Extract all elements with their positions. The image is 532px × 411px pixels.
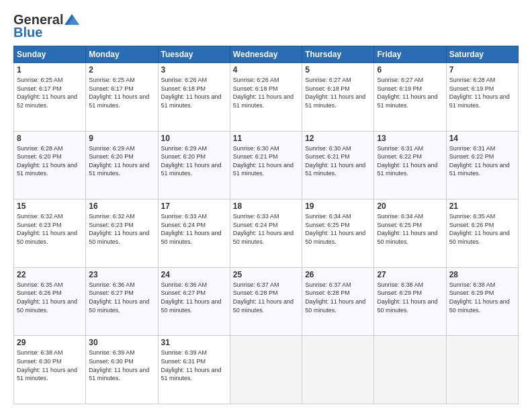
day-info: Sunrise: 6:34 AMSunset: 6:25 PMDaylight:… [377, 212, 443, 246]
day-of-week-tuesday: Tuesday [158, 46, 230, 63]
day-info: Sunrise: 6:32 AMSunset: 6:23 PMDaylight:… [17, 212, 83, 246]
day-number: 15 [17, 201, 83, 211]
day-info: Sunrise: 6:31 AMSunset: 6:22 PMDaylight:… [377, 144, 443, 178]
day-number: 30 [89, 338, 154, 347]
calendar-cell: 30Sunrise: 6:39 AMSunset: 6:30 PMDayligh… [86, 336, 158, 404]
calendar-cell: 9Sunrise: 6:29 AMSunset: 6:20 PMDaylight… [86, 131, 158, 199]
logo: General Blue [13, 12, 79, 40]
day-number: 31 [161, 338, 227, 347]
day-info: Sunrise: 6:34 AMSunset: 6:25 PMDaylight:… [305, 212, 371, 246]
calendar-cell: 8Sunrise: 6:28 AMSunset: 6:20 PMDaylight… [14, 131, 86, 199]
calendar-cell: 6Sunrise: 6:27 AMSunset: 6:19 PMDaylight… [374, 63, 446, 132]
day-number: 6 [377, 65, 443, 75]
calendar-cell: 1Sunrise: 6:25 AMSunset: 6:17 PMDaylight… [14, 63, 86, 132]
page: General Blue SundayMondayTuesdayWednesda… [0, 0, 532, 411]
day-number: 1 [17, 65, 83, 75]
day-info: Sunrise: 6:28 AMSunset: 6:20 PMDaylight:… [17, 144, 83, 178]
day-info: Sunrise: 6:35 AMSunset: 6:26 PMDaylight:… [17, 281, 83, 314]
day-number: 9 [89, 134, 154, 143]
calendar-table: SundayMondayTuesdayWednesdayThursdayFrid… [13, 46, 519, 404]
day-number: 4 [233, 65, 299, 75]
day-info: Sunrise: 6:27 AMSunset: 6:18 PMDaylight:… [305, 76, 371, 109]
calendar-cell: 11Sunrise: 6:30 AMSunset: 6:21 PMDayligh… [230, 131, 302, 199]
calendar-cell: 27Sunrise: 6:38 AMSunset: 6:29 PMDayligh… [374, 267, 446, 336]
day-number: 7 [449, 65, 515, 75]
day-info: Sunrise: 6:38 AMSunset: 6:30 PMDaylight:… [17, 349, 83, 382]
day-number: 25 [233, 270, 299, 279]
logo-icon [64, 14, 79, 25]
day-info: Sunrise: 6:30 AMSunset: 6:21 PMDaylight:… [305, 144, 371, 178]
day-info: Sunrise: 6:37 AMSunset: 6:28 PMDaylight:… [233, 281, 299, 314]
day-number: 5 [305, 65, 371, 75]
day-number: 10 [161, 134, 227, 143]
day-number: 20 [377, 201, 443, 211]
calendar-cell: 25Sunrise: 6:37 AMSunset: 6:28 PMDayligh… [230, 267, 302, 336]
calendar-cell: 7Sunrise: 6:28 AMSunset: 6:19 PMDaylight… [446, 63, 518, 132]
calendar-cell: 15Sunrise: 6:32 AMSunset: 6:23 PMDayligh… [14, 199, 86, 268]
calendar-cell: 4Sunrise: 6:26 AMSunset: 6:18 PMDaylight… [230, 63, 302, 132]
day-info: Sunrise: 6:35 AMSunset: 6:26 PMDaylight:… [449, 212, 515, 246]
day-info: Sunrise: 6:25 AMSunset: 6:17 PMDaylight:… [17, 76, 83, 109]
calendar-cell: 19Sunrise: 6:34 AMSunset: 6:25 PMDayligh… [302, 199, 374, 268]
day-number: 29 [17, 338, 83, 347]
calendar-cell: 16Sunrise: 6:32 AMSunset: 6:23 PMDayligh… [86, 199, 158, 268]
calendar-cell: 18Sunrise: 6:33 AMSunset: 6:24 PMDayligh… [230, 199, 302, 268]
calendar-cell: 5Sunrise: 6:27 AMSunset: 6:18 PMDaylight… [302, 63, 374, 132]
day-info: Sunrise: 6:29 AMSunset: 6:20 PMDaylight:… [161, 144, 227, 178]
day-of-week-saturday: Saturday [446, 46, 518, 63]
day-number: 8 [17, 134, 83, 143]
day-number: 14 [449, 134, 515, 143]
day-info: Sunrise: 6:39 AMSunset: 6:31 PMDaylight:… [161, 349, 227, 382]
calendar-cell: 23Sunrise: 6:36 AMSunset: 6:27 PMDayligh… [86, 267, 158, 336]
day-info: Sunrise: 6:30 AMSunset: 6:21 PMDaylight:… [233, 144, 299, 178]
day-info: Sunrise: 6:26 AMSunset: 6:18 PMDaylight:… [233, 76, 299, 109]
calendar-cell: 22Sunrise: 6:35 AMSunset: 6:26 PMDayligh… [14, 267, 86, 336]
calendar-cell [374, 336, 446, 404]
calendar-cell [302, 336, 374, 404]
day-number: 19 [305, 201, 371, 211]
calendar-cell: 12Sunrise: 6:30 AMSunset: 6:21 PMDayligh… [302, 131, 374, 199]
day-number: 17 [161, 201, 227, 211]
day-info: Sunrise: 6:29 AMSunset: 6:20 PMDaylight:… [89, 144, 154, 178]
day-info: Sunrise: 6:38 AMSunset: 6:29 PMDaylight:… [377, 281, 443, 314]
day-number: 13 [377, 134, 443, 143]
calendar-cell: 31Sunrise: 6:39 AMSunset: 6:31 PMDayligh… [158, 336, 230, 404]
day-number: 16 [89, 201, 154, 211]
calendar-cell [230, 336, 302, 404]
day-info: Sunrise: 6:36 AMSunset: 6:27 PMDaylight:… [89, 281, 154, 314]
calendar-cell: 20Sunrise: 6:34 AMSunset: 6:25 PMDayligh… [374, 199, 446, 268]
day-of-week-friday: Friday [374, 46, 446, 63]
day-info: Sunrise: 6:39 AMSunset: 6:30 PMDaylight:… [89, 349, 154, 382]
calendar-cell: 2Sunrise: 6:25 AMSunset: 6:17 PMDaylight… [86, 63, 158, 132]
day-info: Sunrise: 6:38 AMSunset: 6:29 PMDaylight:… [449, 281, 515, 314]
day-number: 2 [89, 65, 154, 75]
calendar-cell [446, 336, 518, 404]
day-number: 12 [305, 134, 371, 143]
calendar-cell: 13Sunrise: 6:31 AMSunset: 6:22 PMDayligh… [374, 131, 446, 199]
day-info: Sunrise: 6:26 AMSunset: 6:18 PMDaylight:… [161, 76, 227, 109]
day-number: 11 [233, 134, 299, 143]
calendar-cell: 24Sunrise: 6:36 AMSunset: 6:27 PMDayligh… [158, 267, 230, 336]
calendar-cell: 26Sunrise: 6:37 AMSunset: 6:28 PMDayligh… [302, 267, 374, 336]
day-info: Sunrise: 6:28 AMSunset: 6:19 PMDaylight:… [449, 76, 515, 109]
day-of-week-sunday: Sunday [14, 46, 86, 63]
day-info: Sunrise: 6:31 AMSunset: 6:22 PMDaylight:… [449, 144, 515, 178]
day-info: Sunrise: 6:25 AMSunset: 6:17 PMDaylight:… [89, 76, 154, 109]
calendar-cell: 29Sunrise: 6:38 AMSunset: 6:30 PMDayligh… [14, 336, 86, 404]
day-info: Sunrise: 6:37 AMSunset: 6:28 PMDaylight:… [305, 281, 371, 314]
calendar-cell: 21Sunrise: 6:35 AMSunset: 6:26 PMDayligh… [446, 199, 518, 268]
day-info: Sunrise: 6:33 AMSunset: 6:24 PMDaylight:… [233, 212, 299, 246]
day-info: Sunrise: 6:27 AMSunset: 6:19 PMDaylight:… [377, 76, 443, 109]
day-info: Sunrise: 6:33 AMSunset: 6:24 PMDaylight:… [161, 212, 227, 246]
day-number: 27 [377, 270, 443, 279]
day-of-week-wednesday: Wednesday [230, 46, 302, 63]
calendar-cell: 28Sunrise: 6:38 AMSunset: 6:29 PMDayligh… [446, 267, 518, 336]
day-number: 22 [17, 270, 83, 279]
calendar-cell: 3Sunrise: 6:26 AMSunset: 6:18 PMDaylight… [158, 63, 230, 132]
day-info: Sunrise: 6:32 AMSunset: 6:23 PMDaylight:… [89, 212, 154, 246]
day-number: 21 [449, 201, 515, 211]
day-number: 24 [161, 270, 227, 279]
day-of-week-monday: Monday [86, 46, 158, 63]
day-number: 26 [305, 270, 371, 279]
day-number: 28 [449, 270, 515, 279]
